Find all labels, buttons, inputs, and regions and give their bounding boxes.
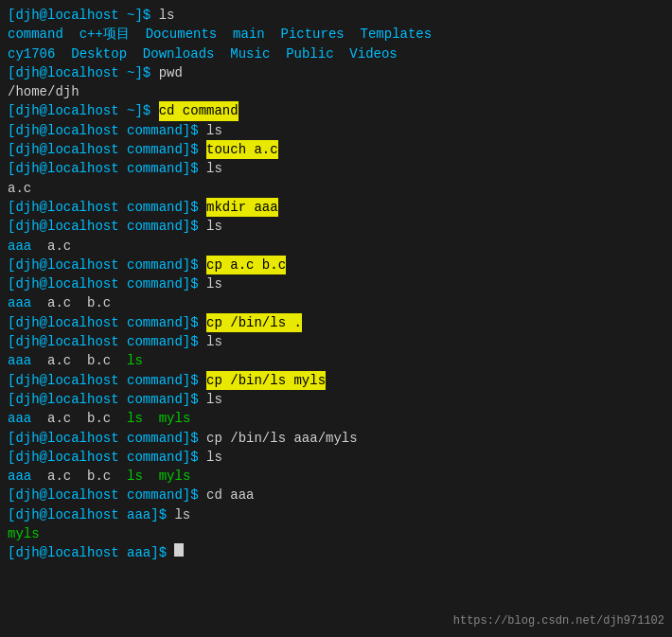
line-4: [djh@localhost ~]$ pwd bbox=[8, 63, 664, 82]
highlight-cp-ac-bc: cp a.c b.c bbox=[206, 256, 286, 274]
line-11: [djh@localhost command]$ mkdir aaa bbox=[8, 198, 664, 217]
dir-documents: Documents bbox=[146, 25, 218, 44]
line-12: [djh@localhost command]$ ls bbox=[8, 217, 664, 236]
line-27: [djh@localhost aaa]$ ls bbox=[8, 505, 664, 524]
line-1: [djh@localhost ~]$ ls bbox=[8, 6, 664, 25]
line-21: [djh@localhost command]$ ls bbox=[8, 390, 664, 409]
dir-templates: Templates bbox=[361, 25, 433, 44]
dir-public: Public bbox=[286, 44, 333, 63]
highlight-touch: touch a.c bbox=[206, 140, 278, 159]
watermark: https://blog.csdn.net/djh971102 bbox=[453, 613, 664, 629]
dir-cpp: c++项目 bbox=[80, 25, 130, 44]
line-6: [djh@localhost ~]$ cd command bbox=[8, 101, 664, 120]
prompt-1: [djh@localhost ~]$ bbox=[8, 6, 159, 25]
line-28: myls bbox=[8, 524, 664, 543]
line-20: [djh@localhost command]$ cp /bin/ls myls bbox=[8, 371, 664, 390]
terminal: [djh@localhost ~]$ ls command c++项目 Docu… bbox=[0, 0, 672, 637]
dir-cy1706: cy1706 bbox=[8, 44, 55, 63]
line-29-prompt: [djh@localhost aaa]$ bbox=[8, 543, 664, 562]
line-10: a.c bbox=[8, 179, 664, 198]
dir-videos: Videos bbox=[349, 44, 397, 63]
dir-main: main bbox=[233, 25, 265, 44]
line-15: [djh@localhost command]$ ls bbox=[8, 274, 664, 293]
line-24: [djh@localhost command]$ ls bbox=[8, 448, 664, 467]
line-13: aaa a.c bbox=[8, 237, 664, 256]
line-26: [djh@localhost command]$ cd aaa bbox=[8, 486, 664, 504]
cmd-1: ls bbox=[159, 6, 175, 25]
line-2: command c++项目 Documents main Pictures Te… bbox=[8, 25, 664, 44]
line-19: aaa a.c b.c ls bbox=[8, 351, 664, 370]
line-7: [djh@localhost command]$ ls bbox=[8, 121, 664, 140]
dir-music: Music bbox=[230, 44, 270, 63]
line-17: [djh@localhost command]$ cp /bin/ls . bbox=[8, 313, 664, 332]
highlight-cp-myls: cp /bin/ls myls bbox=[206, 371, 326, 390]
highlight-cd-command: cd command bbox=[159, 101, 239, 120]
highlight-mkdir: mkdir aaa bbox=[206, 198, 278, 217]
line-5: /home/djh bbox=[8, 82, 664, 101]
line-8: [djh@localhost command]$ touch a.c bbox=[8, 140, 664, 159]
highlight-cp-bin-ls: cp /bin/ls . bbox=[206, 313, 302, 332]
line-18: [djh@localhost command]$ ls bbox=[8, 332, 664, 351]
line-22: aaa a.c b.c ls myls bbox=[8, 409, 664, 428]
dir-desktop: Desktop bbox=[71, 44, 127, 63]
dir-pictures: Pictures bbox=[281, 25, 345, 44]
line-25: aaa a.c b.c ls myls bbox=[8, 467, 664, 486]
cursor bbox=[174, 543, 184, 557]
dir-downloads: Downloads bbox=[143, 44, 215, 63]
line-9: [djh@localhost command]$ ls bbox=[8, 159, 664, 178]
dir-command: command bbox=[8, 25, 63, 44]
line-3: cy1706 Desktop Downloads Music Public Vi… bbox=[8, 44, 664, 63]
line-14: [djh@localhost command]$ cp a.c b.c bbox=[8, 256, 664, 274]
line-16: aaa a.c b.c bbox=[8, 293, 664, 312]
line-23: [djh@localhost command]$ cp /bin/ls aaa/… bbox=[8, 429, 664, 448]
